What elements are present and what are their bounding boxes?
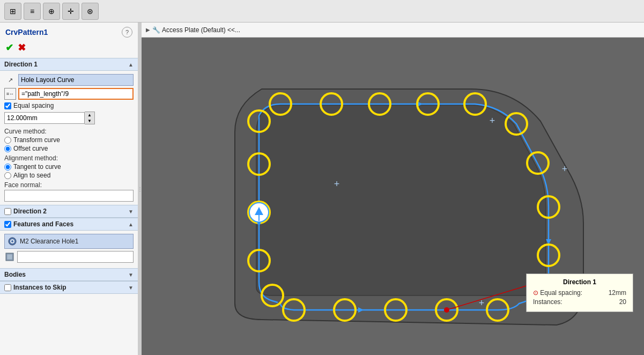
equal-spacing-label: Equal spacing <box>13 102 54 109</box>
breadcrumb-bar: ▶ 🔧 Access Plate (Default) <<... <box>142 23 644 38</box>
main-area: CrvPattern1 ? ✔ ✖ Direction 1 ▲ ↗ ≡↔ <box>0 23 644 355</box>
svg-point-0 <box>9 238 16 245</box>
face-input-row <box>4 251 134 263</box>
features-label: Features and Faces <box>13 220 73 228</box>
direction1-chevron: ▲ <box>128 62 134 68</box>
tooltip-equal-spacing-value: 12mm <box>609 289 626 297</box>
transform-curve-row: Transform curve <box>4 136 134 144</box>
formula-input-row: ≡↔ <box>4 88 134 100</box>
direction1-content: ↗ ≡↔ Equal spacing ▲ ▼ Curv <box>0 71 138 205</box>
ok-button[interactable]: ✔ <box>5 42 13 54</box>
instances-chevron: ▼ <box>128 285 134 291</box>
svg-rect-3 <box>7 254 12 260</box>
curve-method-label: Curve method: <box>4 128 134 135</box>
offset-curve-row: Offset curve <box>4 145 134 152</box>
face-normal-label: Face normal: <box>4 181 134 189</box>
offset-curve-radio[interactable] <box>4 145 11 152</box>
instances-label: Instances to Skip <box>13 284 66 291</box>
features-chevron: ▲ <box>128 221 134 227</box>
tooltip-instances-value: 20 <box>619 298 626 306</box>
breadcrumb-arrow: ▶ <box>146 27 150 33</box>
features-section-header[interactable]: Features and Faces ▲ <box>0 218 138 231</box>
direction1-label: Direction 1 <box>4 61 38 68</box>
toolbar-btn-5[interactable]: ⊛ <box>82 3 99 20</box>
tangent-to-curve-label: Tangent to curve <box>13 163 61 171</box>
bodies-section-header[interactable]: Bodies ▼ <box>0 268 138 281</box>
align-to-seed-radio[interactable] <box>4 172 11 179</box>
action-buttons: ✔ ✖ <box>0 40 138 58</box>
spacing-input[interactable] <box>4 112 85 124</box>
tooltip-instances-label: Instances: <box>533 298 562 306</box>
bodies-chevron: ▼ <box>128 272 134 278</box>
spinner-buttons: ▲ ▼ <box>85 112 95 124</box>
face-normal-input[interactable] <box>4 190 134 202</box>
formula-input[interactable] <box>18 88 134 100</box>
formula-icon: ≡↔ <box>4 88 16 100</box>
align-to-seed-row: Align to seed <box>4 172 134 179</box>
feature-item-label: M2 Clearance Hole1 <box>20 238 78 245</box>
features-content: M2 Clearance Hole1 <box>0 231 138 268</box>
svg-point-34 <box>257 221 261 225</box>
toolbar: ⊞ ≡ ⊕ ✛ ⊛ <box>0 0 644 23</box>
curve-input[interactable] <box>18 74 134 86</box>
tangent-to-curve-row: Tangent to curve <box>4 163 134 171</box>
tooltip-equal-spacing-row: ⊙ ⊙ Equal spacing:Equal spacing: 12mm <box>533 289 626 297</box>
tooltip-equal-spacing-label: ⊙ ⊙ Equal spacing:Equal spacing: <box>533 289 582 297</box>
direction2-section-header[interactable]: Direction 2 ▼ <box>0 205 138 218</box>
direction2-chevron: ▼ <box>128 209 134 215</box>
features-checkbox-row: Features and Faces <box>4 220 73 228</box>
instances-checkbox-row: Instances to Skip <box>4 284 66 291</box>
alignment-method-label: Alignment method: <box>4 154 134 162</box>
curve-input-row: ↗ <box>4 74 134 86</box>
align-to-seed-label: Align to seed <box>13 172 50 179</box>
panel-header: CrvPattern1 ? <box>0 23 138 40</box>
equal-spacing-row: Equal spacing <box>4 102 134 109</box>
spacing-spinner-row: ▲ ▼ <box>4 112 134 124</box>
direction2-checkbox[interactable] <box>4 208 11 215</box>
panel-title: CrvPattern1 <box>5 28 48 36</box>
tangent-to-curve-radio[interactable] <box>4 164 11 171</box>
toolbar-btn-1[interactable]: ⊞ <box>4 3 21 20</box>
direction2-checkbox-row: Direction 2 <box>4 208 47 215</box>
bodies-label: Bodies <box>4 271 26 278</box>
help-button[interactable]: ? <box>122 27 132 38</box>
tooltip-instances-row: Instances: 20 <box>533 298 626 306</box>
instances-checkbox[interactable] <box>4 284 11 291</box>
toolbar-btn-2[interactable]: ≡ <box>24 3 41 20</box>
tooltip-box: Direction 1 ⊙ ⊙ Equal spacing:Equal spac… <box>526 273 633 312</box>
face-item-icon <box>4 252 15 262</box>
features-checkbox[interactable] <box>4 221 11 228</box>
breadcrumb-item: 🔧 Access Plate (Default) <<... <box>152 26 240 34</box>
left-panel: CrvPattern1 ? ✔ ✖ Direction 1 ▲ ↗ ≡↔ <box>0 23 138 355</box>
equal-spacing-checkbox[interactable] <box>4 102 11 109</box>
offset-curve-label: Offset curve <box>13 145 48 152</box>
feature-item-icon <box>7 236 18 247</box>
face-input[interactable] <box>17 251 134 263</box>
toolbar-btn-4[interactable]: ✛ <box>62 3 79 20</box>
svg-text:+: + <box>489 115 495 126</box>
curve-icon: ↗ <box>4 74 16 86</box>
feature-item[interactable]: M2 Clearance Hole1 <box>4 234 134 249</box>
viewport: ▶ 🔧 Access Plate (Default) <<... <box>142 23 644 355</box>
cancel-button[interactable]: ✖ <box>18 42 26 54</box>
instances-section-header[interactable]: Instances to Skip ▼ <box>0 281 138 294</box>
direction1-section-header[interactable]: Direction 1 ▲ <box>0 58 138 71</box>
svg-text:+: + <box>561 164 567 174</box>
transform-curve-label: Transform curve <box>13 136 60 144</box>
breadcrumb-text: Access Plate (Default) <<... <box>162 26 240 34</box>
spinner-down[interactable]: ▼ <box>85 118 94 124</box>
toolbar-btn-3[interactable]: ⊕ <box>43 3 60 20</box>
transform-curve-radio[interactable] <box>4 137 11 144</box>
breadcrumb-icon: 🔧 <box>152 26 160 34</box>
spinner-up[interactable]: ▲ <box>85 112 94 118</box>
tooltip-title: Direction 1 <box>533 278 626 286</box>
svg-text:+: + <box>334 179 339 189</box>
direction2-label: Direction 2 <box>13 208 47 215</box>
